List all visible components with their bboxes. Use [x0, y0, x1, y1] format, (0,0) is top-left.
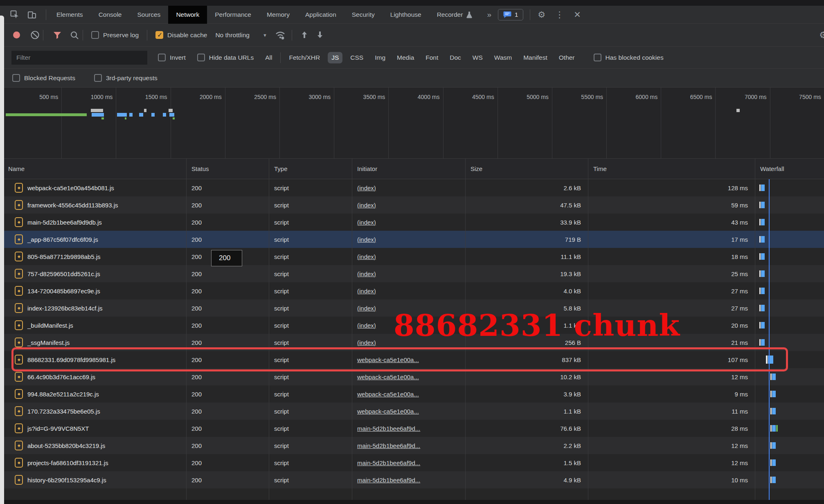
table-row-history-6b290f153295a4c9-js[interactable]: history-6b290f153295a4c9.js 200 script m…	[0, 471, 824, 488]
column-header-name[interactable]: Name	[0, 165, 186, 172]
request-initiator-link[interactable]: (index)	[357, 253, 376, 260]
filter-chip-css[interactable]: CSS	[347, 52, 367, 63]
has-blocked-cookies-toggle[interactable]: Has blocked cookies	[594, 54, 664, 61]
request-initiator-link[interactable]: main-5d2b1bee6af9d...	[357, 442, 420, 449]
request-initiator-link[interactable]: (index)	[357, 322, 376, 329]
request-initiator-link[interactable]: (index)	[357, 236, 376, 243]
request-initiator-link[interactable]: webpack-ca5e1e00a...	[357, 374, 419, 380]
column-header-initiator[interactable]: Initiator	[352, 165, 465, 172]
kebab-menu-icon[interactable]: ⋮	[550, 10, 569, 20]
throttling-select[interactable]: No throttling ▼	[215, 32, 267, 39]
table-row-994-88a2e5211a2c219c-js[interactable]: 994.88a2e5211a2c219c.js 200 script webpa…	[0, 385, 824, 403]
tab-security[interactable]: Security	[344, 6, 383, 24]
request-initiator-link[interactable]: main-5d2b1bee6af9d...	[357, 477, 420, 484]
request-initiator-link[interactable]: (index)	[357, 270, 376, 277]
table-row-projects-fa68610df3191321-js[interactable]: projects-fa68610df3191321.js 200 script …	[0, 454, 824, 471]
table-row-js-id-g-9v9vc8n5xt[interactable]: js?id=G-9V9VC8N5XT 200 script main-5d2b1…	[0, 420, 824, 437]
import-har-icon[interactable]	[299, 29, 310, 41]
column-divider[interactable]	[186, 159, 187, 500]
blocked-requests-checkbox[interactable]	[12, 74, 20, 82]
filter-chip-other[interactable]: Other	[555, 52, 579, 63]
column-header-size[interactable]: Size	[465, 165, 588, 172]
request-initiator-link[interactable]: (index)	[357, 305, 376, 312]
tab-elements[interactable]: Elements	[49, 6, 91, 24]
overview-blue-bar	[151, 113, 155, 117]
clear-network-log-icon[interactable]	[29, 29, 41, 41]
tab-recorder[interactable]: Recorder	[429, 6, 481, 24]
filter-input[interactable]	[11, 51, 147, 65]
filter-chip-doc[interactable]: Doc	[446, 52, 465, 63]
request-initiator-link[interactable]: webpack-ca5e1e00a...	[357, 391, 419, 398]
hide-data-urls-checkbox[interactable]	[197, 54, 205, 61]
export-har-icon[interactable]	[314, 29, 326, 41]
tab-memory[interactable]: Memory	[259, 6, 297, 24]
table-row-805-85a87712b9898ab5-js[interactable]: 805-85a87712b9898ab5.js 200 script (inde…	[0, 248, 824, 265]
tab-performance[interactable]: Performance	[207, 6, 259, 24]
filter-chip-fetch-xhr[interactable]: Fetch/XHR	[285, 52, 324, 63]
column-header-waterfall[interactable]: Waterfall	[755, 165, 824, 172]
filter-chip-all[interactable]: All	[261, 52, 276, 63]
column-divider[interactable]	[755, 159, 755, 500]
preserve-log-checkbox[interactable]	[91, 31, 99, 39]
blocked-requests-toggle[interactable]: Blocked Requests	[12, 74, 75, 82]
tab-console[interactable]: Console	[91, 6, 130, 24]
invert-toggle[interactable]: Invert	[158, 54, 186, 61]
more-tabs-icon[interactable]: »	[480, 10, 498, 19]
request-initiator-link[interactable]: (index)	[357, 202, 376, 209]
disable-cache-checkbox[interactable]	[155, 31, 163, 39]
table-row-framework-4556c45dd113b893-js[interactable]: framework-4556c45dd113b893.js 200 script…	[0, 196, 824, 214]
filter-chip-wasm[interactable]: Wasm	[491, 52, 516, 63]
request-initiator-link[interactable]: webpack-ca5e1e00a...	[357, 408, 419, 415]
request-name: js?id=G-9V9VC8N5XT	[27, 425, 89, 432]
issues-button[interactable]: 1	[498, 9, 523, 20]
filter-chip-img[interactable]: Img	[371, 52, 389, 63]
settings-gear-icon[interactable]: ⚙	[533, 10, 550, 20]
table-row-170-7232a33475be6e05-js[interactable]: 170.7232a33475be6e05.js 200 script webpa…	[0, 403, 824, 420]
filter-funnel-icon[interactable]	[52, 29, 63, 41]
request-initiator-link[interactable]: main-5d2b1bee6af9d...	[357, 459, 420, 466]
filter-chip-js[interactable]: JS	[328, 52, 342, 63]
column-divider[interactable]	[352, 159, 352, 500]
tab-application[interactable]: Application	[297, 6, 344, 24]
preserve-log-toggle[interactable]: Preserve log	[91, 31, 139, 39]
has-blocked-cookies-checkbox[interactable]	[594, 54, 601, 61]
tab-sources[interactable]: Sources	[130, 6, 169, 24]
hide-data-urls-toggle[interactable]: Hide data URLs	[197, 54, 254, 61]
search-icon[interactable]	[69, 29, 80, 41]
request-initiator-link[interactable]: (index)	[357, 184, 376, 191]
table-row-about-5235bb820b4c3219-js[interactable]: about-5235bb820b4c3219.js 200 script mai…	[0, 437, 824, 454]
column-header-status[interactable]: Status	[186, 165, 269, 172]
table-row-134-7200485b6897ec9e-js[interactable]: 134-7200485b6897ec9e.js 200 script (inde…	[0, 282, 824, 299]
third-party-checkbox[interactable]	[94, 74, 102, 82]
script-file-icon	[15, 441, 23, 450]
tab-network[interactable]: Network	[168, 6, 207, 24]
filter-chip-font[interactable]: Font	[422, 52, 442, 63]
request-initiator-link[interactable]: (index)	[357, 219, 376, 226]
column-header-time[interactable]: Time	[588, 165, 755, 172]
record-network-log-button[interactable]	[13, 32, 20, 38]
table-header-row[interactable]: NameStatusTypeInitiatorSizeTimeWaterfall	[0, 159, 824, 179]
column-divider[interactable]	[269, 159, 269, 500]
inspect-element-icon[interactable]	[9, 9, 20, 20]
request-initiator-link[interactable]: (index)	[357, 288, 376, 295]
filter-chip-ws[interactable]: WS	[469, 52, 486, 63]
disable-cache-toggle[interactable]: Disable cache	[155, 31, 207, 39]
close-devtools-icon[interactable]: ✕	[569, 10, 581, 20]
filter-chip-media[interactable]: Media	[393, 52, 418, 63]
table-row-757-d82596501dd5261c-js[interactable]: 757-d82596501dd5261c.js 200 script (inde…	[0, 265, 824, 282]
tab-lighthouse[interactable]: Lighthouse	[383, 6, 429, 24]
table-row-webpack-ca5e1e00a454b081-js[interactable]: webpack-ca5e1e00a454b081.js 200 script (…	[0, 179, 824, 196]
device-toolbar-icon[interactable]	[26, 9, 38, 20]
table-row-app-867c56f07dfc6f09-js[interactable]: _app-867c56f07dfc6f09.js 200 script (ind…	[0, 231, 824, 248]
filter-chip-manifest[interactable]: Manifest	[520, 52, 551, 63]
request-initiator-link[interactable]: (index)	[357, 339, 376, 346]
network-overview-timeline[interactable]: 500 ms1000 ms1500 ms2000 ms2500 ms3000 m…	[0, 88, 824, 159]
network-conditions-icon[interactable]	[275, 29, 286, 41]
network-settings-gear-icon[interactable]: ⚙	[819, 30, 824, 40]
third-party-toggle[interactable]: 3rd-party requests	[94, 74, 158, 82]
request-initiator-link[interactable]: main-5d2b1bee6af9d...	[357, 425, 420, 432]
table-row-main-5d2b1bee6af9d9db-js[interactable]: main-5d2b1bee6af9d9db.js 200 script (ind…	[0, 214, 824, 231]
request-size: 719 B	[465, 231, 588, 248]
invert-checkbox[interactable]	[158, 54, 166, 61]
column-header-type[interactable]: Type	[269, 165, 352, 172]
